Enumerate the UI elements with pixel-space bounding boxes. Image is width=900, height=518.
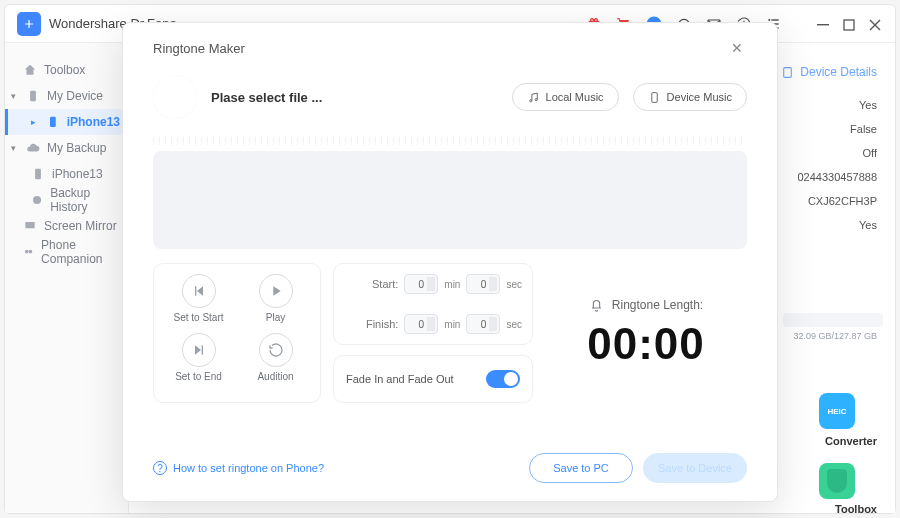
sidebar-item-phone-companion[interactable]: Phone Companion bbox=[5, 239, 128, 265]
finish-time-row: Finish: 0 min 0 sec bbox=[334, 304, 532, 344]
finish-sec-input[interactable]: 0 bbox=[466, 314, 500, 334]
toolbox-card[interactable] bbox=[819, 463, 855, 499]
select-file-row: Plase select file ... Local Music Device… bbox=[153, 75, 747, 119]
modal-title: Ringtone Maker bbox=[153, 41, 245, 56]
select-file-label: Plase select file ... bbox=[211, 90, 498, 105]
toolbox-label: Toolbox bbox=[835, 503, 877, 515]
length-label-row: Ringtone Length: bbox=[589, 298, 703, 313]
play-button[interactable]: Play bbox=[237, 274, 314, 333]
start-label: Start: bbox=[358, 278, 398, 290]
storage-bar bbox=[783, 313, 883, 327]
sidebar-item-toolbox[interactable]: Toolbox bbox=[5, 57, 128, 83]
help-link[interactable]: ?How to set ringtone on Phone? bbox=[153, 461, 324, 475]
phone-icon bbox=[46, 115, 60, 129]
finish-label: Finish: bbox=[358, 318, 398, 330]
device-details-link[interactable]: Device Details bbox=[781, 65, 877, 79]
svg-point-13 bbox=[33, 196, 41, 204]
storage-text: 32.09 GB/127.87 GB bbox=[793, 331, 877, 341]
start-time-row: Start: 0 min 0 sec bbox=[334, 264, 532, 304]
waveform-area[interactable] bbox=[153, 151, 747, 249]
device-values: Yes False Off 0244330457888 CXJ62CFH3P Y… bbox=[797, 93, 877, 237]
svg-point-15 bbox=[25, 250, 29, 254]
svg-rect-8 bbox=[817, 24, 829, 25]
svg-point-18 bbox=[529, 99, 531, 101]
help-icon: ? bbox=[153, 461, 167, 475]
close-button[interactable] bbox=[869, 17, 883, 31]
sidebar-item-my-device[interactable]: ▾My Device bbox=[5, 83, 128, 109]
svg-point-2 bbox=[768, 19, 770, 21]
control-panels: Set to Start Play Set to End Audition St… bbox=[153, 263, 747, 403]
fade-toggle[interactable] bbox=[486, 370, 520, 388]
length-panel: Ringtone Length: 00:00 bbox=[545, 263, 747, 403]
sidebar-item-screen-mirror[interactable]: Screen Mirror bbox=[5, 213, 128, 239]
sidebar-item-my-backup[interactable]: ▾My Backup bbox=[5, 135, 128, 161]
device-music-button[interactable]: Device Music bbox=[633, 83, 747, 111]
sidebar-item-backup-iphone13[interactable]: iPhone13 bbox=[5, 161, 128, 187]
close-icon[interactable]: ✕ bbox=[727, 36, 747, 60]
sidebar-item-backup-history[interactable]: Backup History bbox=[5, 187, 128, 213]
chevron-down-icon: ▾ bbox=[11, 91, 19, 101]
device-value: 0244330457888 bbox=[797, 165, 877, 189]
bell-icon bbox=[589, 298, 604, 313]
svg-rect-12 bbox=[35, 169, 41, 180]
heic-label: Converter bbox=[825, 435, 877, 447]
monitor-icon bbox=[23, 219, 37, 233]
app-logo bbox=[17, 12, 41, 36]
cloud-icon bbox=[26, 141, 40, 155]
heic-card[interactable]: HEIC bbox=[819, 393, 855, 429]
maximize-button[interactable] bbox=[843, 17, 857, 31]
device-value: Yes bbox=[797, 213, 877, 237]
svg-rect-10 bbox=[30, 91, 36, 102]
finish-min-input[interactable]: 0 bbox=[404, 314, 438, 334]
fade-toggle-row: Fade In and Fade Out bbox=[333, 355, 533, 403]
phone-icon bbox=[31, 167, 45, 181]
ringtone-length-value: 00:00 bbox=[587, 319, 705, 369]
device-value: False bbox=[797, 117, 877, 141]
link-icon bbox=[23, 245, 34, 259]
time-panel: Start: 0 min 0 sec Finish: 0 min 0 sec bbox=[333, 263, 533, 345]
fade-label: Fade In and Fade Out bbox=[346, 373, 454, 385]
svg-rect-17 bbox=[784, 67, 792, 77]
svg-rect-11 bbox=[50, 117, 56, 127]
svg-rect-20 bbox=[651, 92, 656, 102]
audition-button[interactable]: Audition bbox=[237, 333, 314, 392]
time-ruler bbox=[153, 137, 747, 145]
footer-buttons: Save to PC Save to Device bbox=[529, 453, 747, 483]
svg-point-19 bbox=[535, 98, 537, 100]
svg-rect-3 bbox=[771, 19, 778, 20]
modal-footer: ?How to set ringtone on Phone? Save to P… bbox=[153, 437, 747, 483]
start-sec-input[interactable]: 0 bbox=[466, 274, 500, 294]
set-to-start-button[interactable]: Set to Start bbox=[160, 274, 237, 333]
sidebar: Toolbox ▾My Device ▸iPhone13 ▾My Backup … bbox=[5, 43, 129, 513]
device-value: Off bbox=[797, 141, 877, 165]
minimize-button[interactable] bbox=[817, 17, 831, 31]
svg-rect-21 bbox=[195, 286, 196, 295]
clock-icon bbox=[31, 193, 43, 207]
set-to-end-button[interactable]: Set to End bbox=[160, 333, 237, 392]
save-to-device-button[interactable]: Save to Device bbox=[643, 453, 747, 483]
svg-rect-22 bbox=[201, 345, 202, 354]
save-to-pc-button[interactable]: Save to PC bbox=[529, 453, 633, 483]
record-icon bbox=[153, 75, 197, 119]
modal-header: Ringtone Maker ✕ bbox=[153, 35, 747, 61]
start-min-input[interactable]: 0 bbox=[404, 274, 438, 294]
device-value: CXJ62CFH3P bbox=[797, 189, 877, 213]
svg-rect-9 bbox=[844, 20, 854, 30]
chevron-down-icon: ▾ bbox=[11, 143, 19, 153]
local-music-button[interactable]: Local Music bbox=[512, 83, 619, 111]
playback-panel: Set to Start Play Set to End Audition bbox=[153, 263, 321, 403]
phone-icon bbox=[26, 89, 40, 103]
home-icon bbox=[23, 63, 37, 77]
svg-rect-14 bbox=[25, 222, 34, 228]
sidebar-item-iphone13[interactable]: ▸iPhone13 bbox=[5, 109, 128, 135]
device-value: Yes bbox=[797, 93, 877, 117]
ringtone-maker-modal: Ringtone Maker ✕ Plase select file ... L… bbox=[122, 22, 778, 502]
svg-point-16 bbox=[29, 250, 33, 254]
chevron-right-icon: ▸ bbox=[31, 117, 39, 127]
